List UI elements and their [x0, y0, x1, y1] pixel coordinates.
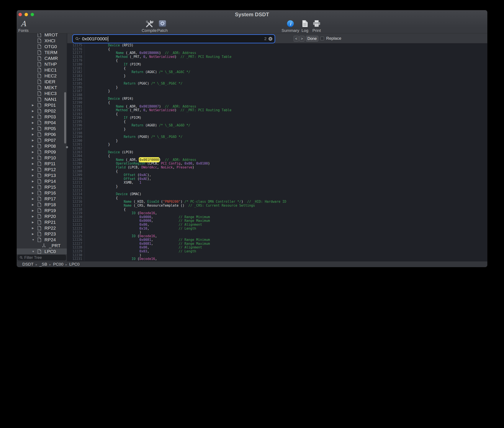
- find-previous-button[interactable]: <: [294, 36, 299, 42]
- toolbar-item-fonts[interactable]: A Fonts: [17, 19, 34, 33]
- sidebar-item-hec3[interactable]: HEC3: [17, 91, 67, 96]
- replace-checkbox[interactable]: [320, 37, 324, 40]
- sidebar-item-rp23[interactable]: ▶RP23: [17, 231, 67, 237]
- sidebar-item-rp01[interactable]: ▶RP01: [17, 102, 67, 108]
- disclosure-triangle-collapsed[interactable]: ▶: [32, 139, 37, 142]
- disclosure-triangle-collapsed[interactable]: ▶: [32, 197, 37, 200]
- sidebar-item-hec1[interactable]: HEC1: [17, 67, 67, 73]
- sidebar-item-rp07[interactable]: ▶RP07: [17, 137, 67, 143]
- sidebar-item-rp14[interactable]: ▶RP14: [17, 178, 67, 184]
- disclosure-triangle-collapsed[interactable]: ▶: [32, 127, 37, 130]
- sidebar-item-rp15[interactable]: ▶RP15: [17, 184, 67, 190]
- sidebar-item-nthp[interactable]: NTHP: [17, 61, 67, 67]
- find-next-button[interactable]: >: [299, 36, 305, 42]
- sidebar-item-rp04[interactable]: ▶RP04: [17, 120, 67, 125]
- sidebar-item-rp13[interactable]: ▶RP13: [17, 172, 67, 178]
- code-text: ): [84, 230, 141, 234]
- device-icon: [37, 179, 42, 184]
- breadcrumb-item-dsdt[interactable]: DSDT: [22, 262, 34, 266]
- disclosure-triangle-collapsed[interactable]: ▶: [32, 145, 37, 148]
- disclosure-triangle-collapsed[interactable]: ▶: [32, 109, 37, 113]
- sidebar-item-rp12[interactable]: ▶RP12: [17, 166, 67, 172]
- sidebar-item-rp18[interactable]: ▶RP18: [17, 202, 67, 207]
- disclosure-triangle-expanded[interactable]: ▼: [32, 238, 37, 241]
- line-number: 12201: [67, 143, 84, 147]
- sidebar-item-_prt[interactable]: _PRT: [17, 243, 67, 248]
- line-number: 12228: [67, 246, 84, 250]
- disclosure-triangle-collapsed[interactable]: ▶: [32, 162, 37, 165]
- sidebar-item-mekt[interactable]: MEKT: [17, 85, 67, 91]
- search-field[interactable]: 0x001F0000 2 ×: [73, 35, 274, 42]
- device-icon: [37, 161, 42, 166]
- clear-search-button[interactable]: ×: [268, 37, 273, 41]
- disclosure-triangle-collapsed[interactable]: ▶: [32, 150, 37, 154]
- code-editor[interactable]: 12175 Device (RP23)12176 {12177 Name (_A…: [67, 43, 487, 261]
- sidebar-item-ider[interactable]: IDER: [17, 79, 67, 85]
- sidebar-item-rp17[interactable]: ▶RP17: [17, 196, 67, 202]
- code-text: Method (_PRT, 0, NotSerialized) // _PRT:…: [84, 108, 231, 112]
- code-line-12181: 12181 {: [67, 66, 487, 70]
- disclosure-triangle-collapsed[interactable]: ▶: [32, 180, 37, 183]
- disclosure-triangle-collapsed[interactable]: ▶: [32, 121, 37, 124]
- sidebar-item-term[interactable]: TERM: [17, 49, 67, 55]
- code-text: Return (AG6C) /* \_SB_.AG6C */: [84, 70, 190, 74]
- device-icon: [37, 115, 42, 119]
- sidebar-item-rp24[interactable]: ▼RP24: [17, 237, 67, 243]
- done-button[interactable]: Done: [306, 36, 318, 42]
- sidebar-item-label: OTG0: [44, 44, 57, 49]
- device-icon: [37, 33, 42, 37]
- sidebar-item-rp22[interactable]: ▶RP22: [17, 225, 67, 231]
- sidebar-item-camr[interactable]: CAMR: [17, 55, 67, 61]
- disclosure-triangle-collapsed[interactable]: ▶: [32, 115, 37, 118]
- sidebar-item-xhci[interactable]: XHCI: [17, 38, 67, 44]
- disclosure-triangle-expanded[interactable]: ▼: [32, 250, 37, 253]
- disclosure-triangle-collapsed[interactable]: ▶: [32, 168, 37, 171]
- sidebar-item-rp09[interactable]: ▶RP09: [17, 149, 67, 155]
- sidebar-item-rp19[interactable]: ▶RP19: [17, 207, 67, 213]
- breadcrumb-item-_sb[interactable]: _SB: [40, 262, 47, 266]
- code-line-12224: 12224 ): [67, 230, 487, 234]
- line-number: 12200: [67, 139, 84, 143]
- disclosure-triangle-collapsed[interactable]: ▶: [32, 174, 37, 177]
- disclosure-triangle-collapsed[interactable]: ▶: [32, 156, 37, 159]
- line-number: 12220: [67, 215, 84, 219]
- device-icon: [37, 50, 42, 55]
- sidebar-item-lpc0[interactable]: ▼LPC0: [17, 248, 67, 254]
- sidebar-item-mrot[interactable]: MROT: [17, 33, 67, 38]
- app-window: System DSDT A Fonts Compile: [17, 10, 487, 267]
- disclosure-triangle-collapsed[interactable]: ▶: [32, 232, 37, 235]
- sidebar-item-rp08[interactable]: ▶RP08: [17, 143, 67, 149]
- disclosure-triangle-collapsed[interactable]: ▶: [32, 227, 37, 230]
- sidebar-item-rp03[interactable]: ▶RP03: [17, 114, 67, 120]
- disclosure-triangle-collapsed[interactable]: ▶: [32, 191, 37, 195]
- disclosure-triangle-collapsed[interactable]: ▶: [32, 203, 37, 206]
- search-input-value[interactable]: 0x001F0000: [82, 36, 107, 41]
- disclosure-triangle-collapsed[interactable]: ▶: [32, 186, 37, 189]
- sidebar-item-rp05[interactable]: ▶RP05: [17, 125, 67, 132]
- disclosure-triangle-collapsed[interactable]: ▶: [32, 209, 37, 212]
- code-line-12192: 12192 Method (_PRT, 0, NotSerialized) //…: [67, 108, 487, 112]
- sidebar-item-otg0[interactable]: OTG0: [17, 44, 67, 49]
- disclosure-triangle-collapsed[interactable]: ▶: [32, 133, 37, 136]
- splitter-handle[interactable]: [66, 146, 68, 148]
- breadcrumb-item-pc00[interactable]: PC00: [53, 262, 64, 266]
- sidebar-item-rp10[interactable]: ▶RP10: [17, 155, 67, 161]
- disclosure-triangle-collapsed[interactable]: ▶: [32, 215, 37, 218]
- disclosure-triangle-collapsed[interactable]: ▶: [32, 104, 37, 107]
- sidebar-item-rp02[interactable]: ▶RP02: [17, 108, 67, 114]
- sidebar-item-rp06[interactable]: ▶RP06: [17, 132, 67, 137]
- sidebar-item-nan1[interactable]: NAN1: [17, 96, 67, 102]
- sidebar-item-hec2[interactable]: HEC2: [17, 73, 67, 79]
- filter-tree-input[interactable]: Filter Tree: [17, 255, 66, 260]
- disclosure-triangle-collapsed[interactable]: ▶: [32, 221, 37, 224]
- sidebar-item-label: XHCI: [44, 38, 55, 43]
- sidebar-item-label: RP10: [44, 155, 56, 160]
- sidebar-item-rp16[interactable]: ▶RP16: [17, 190, 67, 196]
- sidebar-scrollbar-thumb[interactable]: [64, 92, 66, 144]
- toolbar-item-patch[interactable]: Patch: [152, 19, 173, 33]
- sidebar-item-rp11[interactable]: ▶RP11: [17, 161, 67, 166]
- sidebar-item-rp21[interactable]: ▶RP21: [17, 219, 67, 225]
- breadcrumb-item-lpc0[interactable]: LPC0: [69, 262, 80, 266]
- toolbar-item-print[interactable]: Print: [306, 19, 327, 33]
- sidebar-item-rp20[interactable]: ▶RP20: [17, 213, 67, 219]
